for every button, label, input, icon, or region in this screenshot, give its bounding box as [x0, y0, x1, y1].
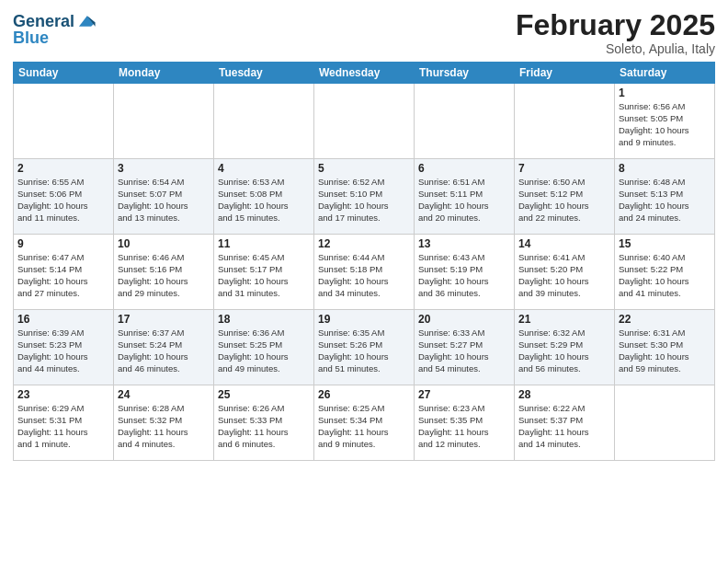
logo: General Blue: [13, 13, 97, 48]
day-number: 7: [518, 162, 610, 175]
table-row: 15Sunrise: 6:40 AM Sunset: 5:22 PM Dayli…: [615, 235, 715, 310]
day-number: 12: [318, 237, 410, 250]
day-info: Sunrise: 6:47 AM Sunset: 5:14 PM Dayligh…: [17, 252, 109, 299]
day-info: Sunrise: 6:25 AM Sunset: 5:34 PM Dayligh…: [318, 403, 410, 450]
calendar: Sunday Monday Tuesday Wednesday Thursday…: [13, 62, 715, 461]
day-info: Sunrise: 6:28 AM Sunset: 5:32 PM Dayligh…: [118, 403, 210, 450]
day-info: Sunrise: 6:37 AM Sunset: 5:24 PM Dayligh…: [118, 327, 210, 374]
day-info: Sunrise: 6:48 AM Sunset: 5:13 PM Dayligh…: [619, 177, 711, 224]
day-info: Sunrise: 6:26 AM Sunset: 5:33 PM Dayligh…: [218, 403, 310, 450]
day-number: 8: [619, 162, 711, 175]
logo-text-blue: Blue: [13, 29, 49, 48]
table-row: 8Sunrise: 6:48 AM Sunset: 5:13 PM Daylig…: [615, 159, 715, 235]
day-number: 17: [118, 313, 210, 326]
table-row: 13Sunrise: 6:43 AM Sunset: 5:19 PM Dayli…: [415, 235, 515, 310]
table-row: 3Sunrise: 6:54 AM Sunset: 5:07 PM Daylig…: [114, 159, 214, 235]
day-info: Sunrise: 6:32 AM Sunset: 5:29 PM Dayligh…: [518, 327, 610, 374]
day-number: 16: [17, 313, 109, 326]
table-row: 2Sunrise: 6:55 AM Sunset: 5:06 PM Daylig…: [14, 159, 114, 235]
calendar-week-row: 2Sunrise: 6:55 AM Sunset: 5:06 PM Daylig…: [14, 159, 715, 235]
table-row: [114, 84, 214, 159]
calendar-week-row: 16Sunrise: 6:39 AM Sunset: 5:23 PM Dayli…: [14, 310, 715, 385]
table-row: 25Sunrise: 6:26 AM Sunset: 5:33 PM Dayli…: [214, 385, 314, 461]
day-number: 26: [318, 388, 410, 401]
table-row: 23Sunrise: 6:29 AM Sunset: 5:31 PM Dayli…: [14, 385, 114, 461]
day-info: Sunrise: 6:35 AM Sunset: 5:26 PM Dayligh…: [318, 327, 410, 374]
title-block: February 2025 Soleto, Apulia, Italy: [516, 9, 715, 56]
table-row: 19Sunrise: 6:35 AM Sunset: 5:26 PM Dayli…: [314, 310, 415, 385]
month-title: February 2025: [516, 9, 715, 41]
day-info: Sunrise: 6:55 AM Sunset: 5:06 PM Dayligh…: [17, 177, 109, 224]
day-number: 5: [318, 162, 410, 175]
table-row: 7Sunrise: 6:50 AM Sunset: 5:12 PM Daylig…: [515, 159, 615, 235]
table-row: 5Sunrise: 6:52 AM Sunset: 5:10 PM Daylig…: [314, 159, 415, 235]
table-row: 1Sunrise: 6:56 AM Sunset: 5:05 PM Daylig…: [615, 84, 715, 159]
day-info: Sunrise: 6:43 AM Sunset: 5:19 PM Dayligh…: [418, 252, 510, 299]
day-number: 28: [518, 388, 610, 401]
table-row: [314, 84, 415, 159]
table-row: 12Sunrise: 6:44 AM Sunset: 5:18 PM Dayli…: [314, 235, 415, 310]
day-info: Sunrise: 6:33 AM Sunset: 5:27 PM Dayligh…: [418, 327, 510, 374]
page-container: General Blue February 2025 Soleto, Apuli…: [0, 0, 728, 466]
table-row: 22Sunrise: 6:31 AM Sunset: 5:30 PM Dayli…: [615, 310, 715, 385]
day-number: 18: [218, 313, 310, 326]
day-info: Sunrise: 6:54 AM Sunset: 5:07 PM Dayligh…: [118, 177, 210, 224]
calendar-week-row: 23Sunrise: 6:29 AM Sunset: 5:31 PM Dayli…: [14, 385, 715, 461]
day-info: Sunrise: 6:50 AM Sunset: 5:12 PM Dayligh…: [518, 177, 610, 224]
table-row: 10Sunrise: 6:46 AM Sunset: 5:16 PM Dayli…: [114, 235, 214, 310]
day-number: 1: [619, 86, 711, 99]
calendar-header-row: Sunday Monday Tuesday Wednesday Thursday…: [14, 63, 715, 84]
table-row: 16Sunrise: 6:39 AM Sunset: 5:23 PM Dayli…: [14, 310, 114, 385]
day-number: 24: [118, 388, 210, 401]
day-number: 9: [17, 237, 109, 250]
table-row: 14Sunrise: 6:41 AM Sunset: 5:20 PM Dayli…: [515, 235, 615, 310]
header-monday: Monday: [114, 63, 214, 84]
table-row: [214, 84, 314, 159]
table-row: [615, 385, 715, 461]
header-sunday: Sunday: [14, 63, 114, 84]
day-number: 4: [218, 162, 310, 175]
day-number: 2: [17, 162, 109, 175]
day-number: 10: [118, 237, 210, 250]
table-row: 20Sunrise: 6:33 AM Sunset: 5:27 PM Dayli…: [415, 310, 515, 385]
day-info: Sunrise: 6:39 AM Sunset: 5:23 PM Dayligh…: [17, 327, 109, 374]
day-number: 19: [318, 313, 410, 326]
header-friday: Friday: [515, 63, 615, 84]
table-row: 4Sunrise: 6:53 AM Sunset: 5:08 PM Daylig…: [214, 159, 314, 235]
day-info: Sunrise: 6:31 AM Sunset: 5:30 PM Dayligh…: [619, 327, 711, 374]
day-number: 27: [418, 388, 510, 401]
table-row: 11Sunrise: 6:45 AM Sunset: 5:17 PM Dayli…: [214, 235, 314, 310]
day-number: 6: [418, 162, 510, 175]
header: General Blue February 2025 Soleto, Apuli…: [13, 9, 715, 56]
day-number: 3: [118, 162, 210, 175]
day-info: Sunrise: 6:40 AM Sunset: 5:22 PM Dayligh…: [619, 252, 711, 299]
day-number: 25: [218, 388, 310, 401]
day-info: Sunrise: 6:53 AM Sunset: 5:08 PM Dayligh…: [218, 177, 310, 224]
table-row: 26Sunrise: 6:25 AM Sunset: 5:34 PM Dayli…: [314, 385, 415, 461]
header-wednesday: Wednesday: [314, 63, 415, 84]
day-number: 23: [17, 388, 109, 401]
table-row: [14, 84, 114, 159]
header-thursday: Thursday: [415, 63, 515, 84]
header-tuesday: Tuesday: [214, 63, 314, 84]
day-info: Sunrise: 6:45 AM Sunset: 5:17 PM Dayligh…: [218, 252, 310, 299]
day-number: 15: [619, 237, 711, 250]
day-number: 11: [218, 237, 310, 250]
table-row: [415, 84, 515, 159]
calendar-week-row: 9Sunrise: 6:47 AM Sunset: 5:14 PM Daylig…: [14, 235, 715, 310]
header-saturday: Saturday: [615, 63, 715, 84]
day-number: 13: [418, 237, 510, 250]
day-info: Sunrise: 6:23 AM Sunset: 5:35 PM Dayligh…: [418, 403, 510, 450]
day-number: 14: [518, 237, 610, 250]
logo-icon: [76, 11, 97, 31]
table-row: 17Sunrise: 6:37 AM Sunset: 5:24 PM Dayli…: [114, 310, 214, 385]
day-number: 22: [619, 313, 711, 326]
day-info: Sunrise: 6:52 AM Sunset: 5:10 PM Dayligh…: [318, 177, 410, 224]
subtitle: Soleto, Apulia, Italy: [516, 41, 715, 56]
day-info: Sunrise: 6:41 AM Sunset: 5:20 PM Dayligh…: [518, 252, 610, 299]
day-info: Sunrise: 6:29 AM Sunset: 5:31 PM Dayligh…: [17, 403, 109, 450]
day-info: Sunrise: 6:22 AM Sunset: 5:37 PM Dayligh…: [518, 403, 610, 450]
calendar-week-row: 1Sunrise: 6:56 AM Sunset: 5:05 PM Daylig…: [14, 84, 715, 159]
day-info: Sunrise: 6:46 AM Sunset: 5:16 PM Dayligh…: [118, 252, 210, 299]
table-row: 21Sunrise: 6:32 AM Sunset: 5:29 PM Dayli…: [515, 310, 615, 385]
